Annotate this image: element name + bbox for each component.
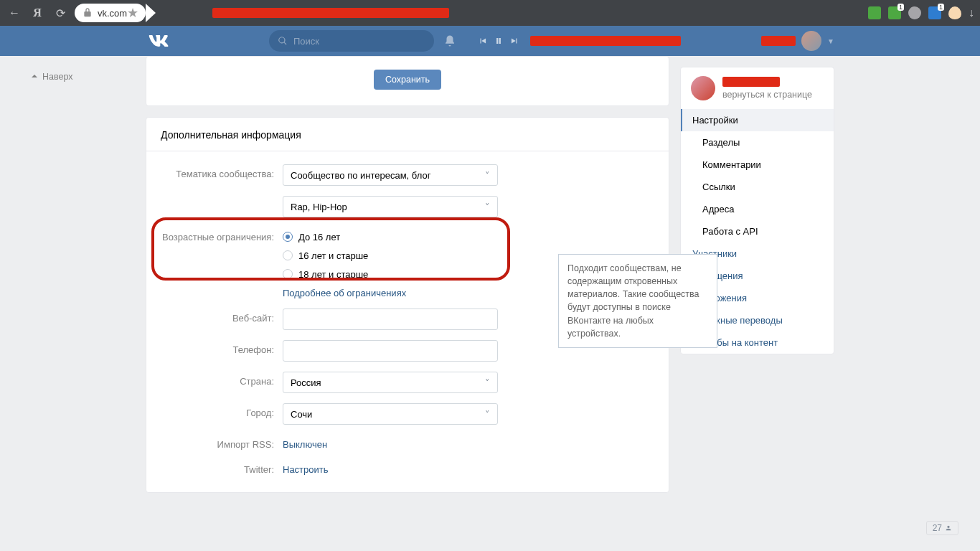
search-input[interactable] [269,30,434,52]
nav-links[interactable]: Ссылки [681,176,834,198]
track-title-redacted [530,36,681,46]
extensions-row: 1 1 ↓ [868,6,974,19]
vk-topbar: ▼ [0,26,980,56]
country-select[interactable]: Россия ˅ [283,372,498,393]
next-track-icon[interactable] [509,36,520,46]
avatar[interactable] [801,31,821,51]
age-radio-18plus[interactable]: 18 лет и старше [283,265,498,283]
back-icon[interactable]: ← [6,4,23,22]
nav-settings[interactable]: Настройки [681,109,834,131]
age-radio-under16[interactable]: До 16 лет [283,227,498,246]
translate-ext-icon[interactable]: 1 [928,6,941,19]
section-title: Дополнительная информация [146,118,669,141]
save-panel: Сохранить [146,56,669,106]
address-bar[interactable]: vk.com ★ [75,4,146,22]
save-button[interactable]: Сохранить [374,70,441,90]
city-label: Город: [161,403,283,418]
radio-icon [283,232,293,242]
website-input[interactable] [283,309,498,330]
username-redacted [761,36,796,46]
phone-input[interactable] [283,340,498,362]
age-more-link[interactable]: Подробнее об ограничениях [283,288,406,298]
audio-player [477,36,681,46]
phone-label: Телефон: [161,340,283,355]
search-icon [278,36,288,46]
search-field[interactable] [292,35,414,47]
theme-label: Тематика сообщества: [161,164,283,179]
pause-icon[interactable] [493,36,504,46]
nav-addresses[interactable]: Адреса [681,198,834,220]
age-label: Возрастные ограничения: [161,227,283,242]
chevron-down-icon: ˅ [485,409,490,420]
bookmark-star-icon[interactable]: ★ [127,5,138,21]
radio-icon [283,250,293,260]
omnibox-tip [146,4,156,22]
subtheme-select[interactable]: Rap, Hip-Hop ˅ [283,196,498,217]
group-avatar [691,76,715,100]
radio-icon [283,269,293,279]
age-tooltip: Подходит сообществам, не содержащим откр… [558,254,717,348]
group-name-redacted [722,77,780,87]
twitter-label: Twitter: [161,460,283,475]
twitter-value-link[interactable]: Настроить [283,464,329,475]
egg-ext-icon[interactable] [948,6,961,19]
browser-toolbar: ← Я ⟳ vk.com ★ 1 1 ↓ [0,0,980,26]
nav-sections[interactable]: Разделы [681,131,834,154]
chevron-down-icon: ˅ [485,170,490,181]
chevron-down-icon: ˅ [485,202,490,212]
city-select[interactable]: Сочи ˅ [283,403,498,425]
rss-label: Импорт RSS: [161,435,283,450]
prev-track-icon[interactable] [477,36,489,46]
scroll-top-link[interactable]: Наверх [31,72,73,82]
reload-icon[interactable]: ⟳ [52,4,69,22]
downloads-icon[interactable]: ↓ [969,6,974,19]
group-header[interactable]: вернуться к странице [681,67,834,109]
notifications-icon[interactable] [438,34,461,47]
theme-select[interactable]: Сообщество по интересам, блог ˅ [283,164,498,186]
download-ext-icon[interactable]: 1 [888,6,901,19]
nav-api[interactable]: Работа с API [681,220,834,242]
nav-comments[interactable]: Комментарии [681,154,834,176]
adblock-icon[interactable] [868,6,881,19]
url-redacted [212,8,449,18]
website-label: Веб-сайт: [161,309,283,324]
rss-value-link[interactable]: Выключен [283,439,327,450]
vk-logo-icon[interactable] [149,35,169,47]
age-radio-16plus[interactable]: 16 лет и старше [283,246,498,265]
chevron-down-icon[interactable]: ▼ [827,37,834,45]
yandex-icon[interactable]: Я [29,4,46,22]
globe-ext-icon[interactable] [908,6,921,19]
chevron-down-icon: ˅ [485,377,490,388]
url-text: vk.com [98,8,127,19]
lock-icon [82,7,93,19]
back-to-page-link[interactable]: вернуться к странице [722,90,812,100]
country-label: Страна: [161,372,283,387]
